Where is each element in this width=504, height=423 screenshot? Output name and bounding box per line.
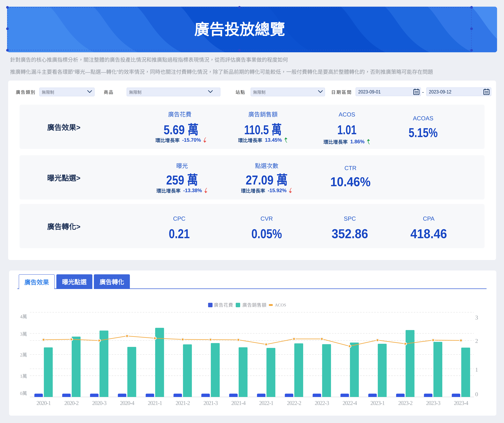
svg-text:2021-3: 2021-3 [204, 400, 218, 406]
svg-text:3: 3 [475, 314, 478, 321]
svg-text:1萬: 1萬 [20, 374, 27, 379]
svg-text:2022-3: 2022-3 [315, 400, 329, 406]
svg-text:2023-3: 2023-3 [426, 400, 440, 406]
svg-text:廣告銷售額: 廣告銷售額 [242, 302, 267, 308]
svg-text:2023-1: 2023-1 [370, 400, 385, 406]
svg-text:2萬: 2萬 [20, 352, 27, 357]
svg-text:0萬: 0萬 [20, 391, 27, 396]
svg-text:ACOS: ACOS [275, 303, 286, 307]
svg-text:2022-1: 2022-1 [259, 400, 273, 406]
svg-text:2020-2: 2020-2 [64, 400, 78, 406]
svg-text:2022-4: 2022-4 [342, 400, 357, 406]
svg-text:廣告花費: 廣告花費 [214, 302, 233, 308]
svg-text:2021-1: 2021-1 [148, 400, 162, 406]
svg-text:4萬: 4萬 [20, 314, 27, 319]
svg-text:2: 2 [475, 338, 478, 344]
svg-text:2020-1: 2020-1 [36, 400, 51, 406]
svg-text:2022-2: 2022-2 [287, 400, 301, 406]
svg-text:2020-3: 2020-3 [92, 400, 107, 406]
svg-text:2021-2: 2021-2 [176, 400, 190, 406]
svg-text:0: 0 [475, 391, 478, 398]
svg-text:2020-4: 2020-4 [120, 400, 134, 406]
svg-text:2023-4: 2023-4 [454, 400, 468, 406]
svg-text:1: 1 [475, 366, 478, 373]
svg-text:2021-4: 2021-4 [231, 400, 246, 406]
svg-text:2023-2: 2023-2 [398, 400, 413, 406]
svg-text:3萬: 3萬 [20, 331, 27, 337]
